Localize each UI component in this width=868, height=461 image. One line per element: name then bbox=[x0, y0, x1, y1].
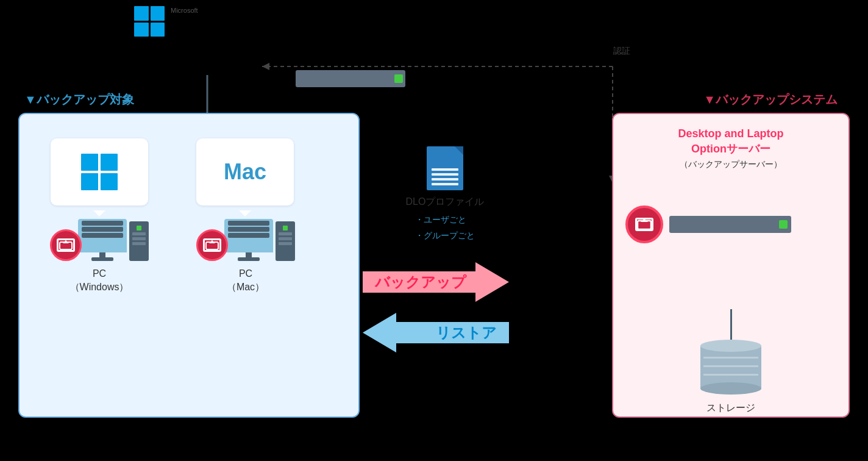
backup-target-label: ▼バックアップ対象 bbox=[24, 91, 134, 108]
storage-line bbox=[730, 309, 732, 340]
dlo-icon-mac bbox=[196, 229, 228, 261]
monitor-screen bbox=[78, 219, 127, 252]
ad-logo-row: Microsoft Active Directory bbox=[134, 6, 320, 37]
pc-card-windows: PC （Windows） bbox=[50, 138, 149, 295]
dlo-profile-items: ・ユーザごと ・グループごと bbox=[415, 212, 475, 243]
server-hardware bbox=[625, 205, 791, 243]
dlo-profile: DLOプロファイル ・ユーザごと ・グループごと bbox=[390, 146, 500, 243]
svg-marker-1 bbox=[262, 63, 269, 70]
dlo-icon-inner-mac bbox=[203, 238, 221, 252]
restore-label: リストア bbox=[436, 323, 497, 343]
backup-target-box: PC （Windows） Mac bbox=[18, 113, 360, 418]
storage-label: ストレージ bbox=[706, 402, 755, 415]
mac-monitor-screen bbox=[224, 219, 273, 252]
server-status-indicator bbox=[394, 74, 403, 83]
dlo-profile-title: DLOプロファイル bbox=[406, 195, 485, 209]
ad-title: Active Directory bbox=[171, 14, 320, 37]
dlo-icon-windows bbox=[50, 229, 82, 261]
microsoft-label: Microsoft bbox=[171, 7, 320, 14]
ad-section: Microsoft Active Directory bbox=[134, 6, 320, 37]
pc-mac-label: PC （Mac） bbox=[196, 267, 295, 295]
mac-bubble-text: Mac bbox=[224, 159, 266, 185]
windows-pc-group bbox=[50, 219, 149, 261]
backup-server-bar bbox=[669, 216, 791, 233]
arrows-container: バックアップ リストア bbox=[363, 262, 509, 352]
backup-arrow-row: バックアップ bbox=[363, 262, 509, 302]
storage-section: ストレージ bbox=[700, 309, 761, 415]
dlo-icon-inner bbox=[57, 238, 75, 252]
pc-card-mac: Mac bbox=[196, 138, 295, 295]
server-status-green bbox=[779, 220, 788, 229]
backup-system-box: Desktop and LaptopOptionサーバー （バックアップサーバー… bbox=[612, 113, 850, 418]
storage-cylinder bbox=[700, 340, 761, 395]
backup-label: バックアップ bbox=[375, 273, 466, 292]
main-container: Microsoft Active Directory 認証 ▼バックアップ対象 … bbox=[0, 0, 868, 461]
restore-arrow-row: リストア bbox=[363, 313, 509, 352]
dlo-icon-server bbox=[625, 205, 663, 243]
windows-monitor bbox=[78, 219, 127, 261]
dlo-server-section: Desktop and LaptopOptionサーバー （バックアップサーバー… bbox=[619, 126, 842, 170]
svg-rect-11 bbox=[638, 221, 651, 229]
windows-bubble-logo bbox=[81, 154, 118, 190]
ad-server-bar bbox=[296, 70, 405, 87]
pc-windows-label: PC （Windows） bbox=[70, 267, 129, 295]
mac-bubble: Mac bbox=[196, 138, 294, 205]
windows-logo-icon bbox=[134, 6, 165, 37]
ad-text: Microsoft Active Directory bbox=[171, 7, 320, 37]
dlo-icon-inner-server bbox=[635, 218, 653, 231]
dlo-server-title: Desktop and LaptopOptionサーバー bbox=[678, 126, 783, 157]
backup-system-label: ▼バックアップシステム bbox=[703, 91, 838, 108]
auth-label: 認証 bbox=[613, 46, 630, 57]
windows-bubble bbox=[51, 138, 148, 205]
mac-tower bbox=[276, 221, 295, 261]
mac-monitor bbox=[224, 219, 273, 261]
dlo-server-subtitle: （バックアップサーバー） bbox=[680, 159, 782, 170]
windows-tower bbox=[129, 221, 149, 261]
doc-icon bbox=[427, 146, 463, 190]
mac-pc-group bbox=[196, 219, 295, 261]
